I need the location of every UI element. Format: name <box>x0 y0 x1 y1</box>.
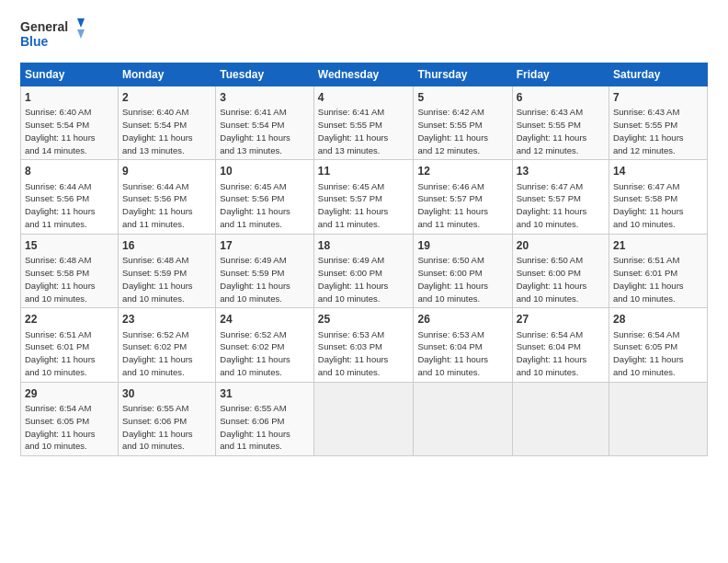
calendar-cell: 2 Sunrise: 6:40 AMSunset: 5:54 PMDayligh… <box>119 86 216 160</box>
page: General Blue SundayMondayTuesdayWednesda… <box>0 0 728 563</box>
calendar-cell: 12 Sunrise: 6:46 AMSunset: 5:57 PMDaylig… <box>414 160 512 234</box>
day-info: Sunrise: 6:49 AMSunset: 5:59 PMDaylight:… <box>220 255 290 303</box>
day-number: 29 <box>25 386 114 401</box>
day-info: Sunrise: 6:54 AMSunset: 6:05 PMDaylight:… <box>25 403 96 451</box>
day-number: 16 <box>122 238 211 253</box>
day-number: 7 <box>613 90 703 105</box>
dow-header: Thursday <box>414 63 512 86</box>
day-info: Sunrise: 6:44 AMSunset: 5:56 PMDaylight:… <box>25 181 96 229</box>
day-info: Sunrise: 6:55 AMSunset: 6:06 PMDaylight:… <box>220 403 290 451</box>
calendar-cell: 23 Sunrise: 6:52 AMSunset: 6:02 PMDaylig… <box>119 308 216 382</box>
calendar-cell: 19 Sunrise: 6:50 AMSunset: 6:00 PMDaylig… <box>414 234 512 307</box>
calendar: SundayMondayTuesdayWednesdayThursdayFrid… <box>20 63 708 456</box>
day-number: 6 <box>517 90 605 105</box>
calendar-cell: 5 Sunrise: 6:42 AMSunset: 5:55 PMDayligh… <box>414 86 512 160</box>
calendar-cell: 14 Sunrise: 6:47 AMSunset: 5:58 PMDaylig… <box>609 160 708 234</box>
calendar-cell: 24 Sunrise: 6:52 AMSunset: 6:02 PMDaylig… <box>216 308 314 382</box>
calendar-cell: 10 Sunrise: 6:45 AMSunset: 5:56 PMDaylig… <box>216 160 314 234</box>
day-number: 1 <box>25 90 114 105</box>
calendar-cell: 15 Sunrise: 6:48 AMSunset: 5:58 PMDaylig… <box>21 234 119 307</box>
day-number: 20 <box>517 238 605 253</box>
day-number: 13 <box>517 164 605 178</box>
day-number: 5 <box>417 90 507 105</box>
day-number: 22 <box>25 312 114 327</box>
logo: General Blue <box>20 17 85 55</box>
day-number: 23 <box>122 312 211 327</box>
calendar-cell <box>313 382 414 455</box>
calendar-cell: 25 Sunrise: 6:53 AMSunset: 6:03 PMDaylig… <box>313 308 414 382</box>
day-info: Sunrise: 6:47 AMSunset: 5:57 PMDaylight:… <box>517 181 587 229</box>
day-number: 11 <box>318 164 410 178</box>
day-info: Sunrise: 6:47 AMSunset: 5:58 PMDaylight:… <box>613 181 684 229</box>
calendar-cell: 26 Sunrise: 6:53 AMSunset: 6:04 PMDaylig… <box>414 308 512 382</box>
day-info: Sunrise: 6:49 AMSunset: 6:00 PMDaylight:… <box>318 255 389 303</box>
logo-svg: General Blue <box>20 17 85 55</box>
day-info: Sunrise: 6:48 AMSunset: 5:59 PMDaylight:… <box>122 255 193 303</box>
day-info: Sunrise: 6:53 AMSunset: 6:04 PMDaylight:… <box>417 329 488 377</box>
dow-header: Monday <box>119 63 216 86</box>
calendar-cell: 27 Sunrise: 6:54 AMSunset: 6:04 PMDaylig… <box>512 308 609 382</box>
day-number: 2 <box>122 90 211 105</box>
day-info: Sunrise: 6:52 AMSunset: 6:02 PMDaylight:… <box>220 329 290 377</box>
calendar-cell: 4 Sunrise: 6:41 AMSunset: 5:55 PMDayligh… <box>313 86 414 160</box>
calendar-cell: 29 Sunrise: 6:54 AMSunset: 6:05 PMDaylig… <box>21 382 119 455</box>
dow-header: Saturday <box>609 63 708 86</box>
day-number: 15 <box>25 238 114 253</box>
day-info: Sunrise: 6:44 AMSunset: 5:56 PMDaylight:… <box>122 181 193 229</box>
svg-text:General: General <box>20 19 68 34</box>
day-number: 14 <box>613 164 703 178</box>
day-info: Sunrise: 6:40 AMSunset: 5:54 PMDaylight:… <box>122 107 193 155</box>
day-info: Sunrise: 6:51 AMSunset: 6:01 PMDaylight:… <box>25 329 96 377</box>
dow-header: Sunday <box>21 63 119 86</box>
header: General Blue <box>20 17 708 55</box>
day-info: Sunrise: 6:43 AMSunset: 5:55 PMDaylight:… <box>613 107 684 155</box>
day-number: 24 <box>220 312 310 327</box>
calendar-cell <box>414 382 512 455</box>
calendar-cell: 1 Sunrise: 6:40 AMSunset: 5:54 PMDayligh… <box>21 86 119 160</box>
day-info: Sunrise: 6:54 AMSunset: 6:04 PMDaylight:… <box>517 329 587 377</box>
calendar-cell <box>512 382 609 455</box>
day-number: 3 <box>220 90 310 105</box>
svg-marker-3 <box>77 29 85 39</box>
day-info: Sunrise: 6:41 AMSunset: 5:54 PMDaylight:… <box>220 107 290 155</box>
day-number: 30 <box>122 386 211 401</box>
day-number: 12 <box>417 164 507 178</box>
day-info: Sunrise: 6:43 AMSunset: 5:55 PMDaylight:… <box>517 107 587 155</box>
svg-marker-2 <box>77 18 85 28</box>
calendar-cell: 6 Sunrise: 6:43 AMSunset: 5:55 PMDayligh… <box>512 86 609 160</box>
day-info: Sunrise: 6:53 AMSunset: 6:03 PMDaylight:… <box>318 329 389 377</box>
dow-header: Tuesday <box>216 63 314 86</box>
day-info: Sunrise: 6:40 AMSunset: 5:54 PMDaylight:… <box>25 107 96 155</box>
calendar-cell: 21 Sunrise: 6:51 AMSunset: 6:01 PMDaylig… <box>609 234 708 307</box>
calendar-cell: 11 Sunrise: 6:45 AMSunset: 5:57 PMDaylig… <box>313 160 414 234</box>
day-number: 21 <box>613 238 703 253</box>
day-info: Sunrise: 6:50 AMSunset: 6:00 PMDaylight:… <box>517 255 587 303</box>
calendar-cell: 22 Sunrise: 6:51 AMSunset: 6:01 PMDaylig… <box>21 308 119 382</box>
calendar-cell: 3 Sunrise: 6:41 AMSunset: 5:54 PMDayligh… <box>216 86 314 160</box>
day-number: 27 <box>517 312 605 327</box>
day-number: 18 <box>318 238 410 253</box>
calendar-cell: 7 Sunrise: 6:43 AMSunset: 5:55 PMDayligh… <box>609 86 708 160</box>
day-info: Sunrise: 6:48 AMSunset: 5:58 PMDaylight:… <box>25 255 96 303</box>
dow-header: Friday <box>512 63 609 86</box>
day-info: Sunrise: 6:50 AMSunset: 6:00 PMDaylight:… <box>417 255 488 303</box>
day-info: Sunrise: 6:54 AMSunset: 6:05 PMDaylight:… <box>613 329 684 377</box>
calendar-cell: 17 Sunrise: 6:49 AMSunset: 5:59 PMDaylig… <box>216 234 314 307</box>
day-info: Sunrise: 6:51 AMSunset: 6:01 PMDaylight:… <box>613 255 684 303</box>
day-number: 9 <box>122 164 211 178</box>
calendar-cell: 31 Sunrise: 6:55 AMSunset: 6:06 PMDaylig… <box>216 382 314 455</box>
day-number: 26 <box>417 312 507 327</box>
calendar-cell: 28 Sunrise: 6:54 AMSunset: 6:05 PMDaylig… <box>609 308 708 382</box>
calendar-cell <box>609 382 708 455</box>
calendar-cell: 13 Sunrise: 6:47 AMSunset: 5:57 PMDaylig… <box>512 160 609 234</box>
calendar-cell: 8 Sunrise: 6:44 AMSunset: 5:56 PMDayligh… <box>21 160 119 234</box>
calendar-cell: 30 Sunrise: 6:55 AMSunset: 6:06 PMDaylig… <box>119 382 216 455</box>
day-number: 4 <box>318 90 410 105</box>
calendar-cell: 18 Sunrise: 6:49 AMSunset: 6:00 PMDaylig… <box>313 234 414 307</box>
calendar-cell: 9 Sunrise: 6:44 AMSunset: 5:56 PMDayligh… <box>119 160 216 234</box>
dow-header: Wednesday <box>313 63 414 86</box>
day-number: 17 <box>220 238 310 253</box>
day-number: 10 <box>220 164 310 178</box>
day-info: Sunrise: 6:55 AMSunset: 6:06 PMDaylight:… <box>122 403 193 451</box>
calendar-cell: 20 Sunrise: 6:50 AMSunset: 6:00 PMDaylig… <box>512 234 609 307</box>
